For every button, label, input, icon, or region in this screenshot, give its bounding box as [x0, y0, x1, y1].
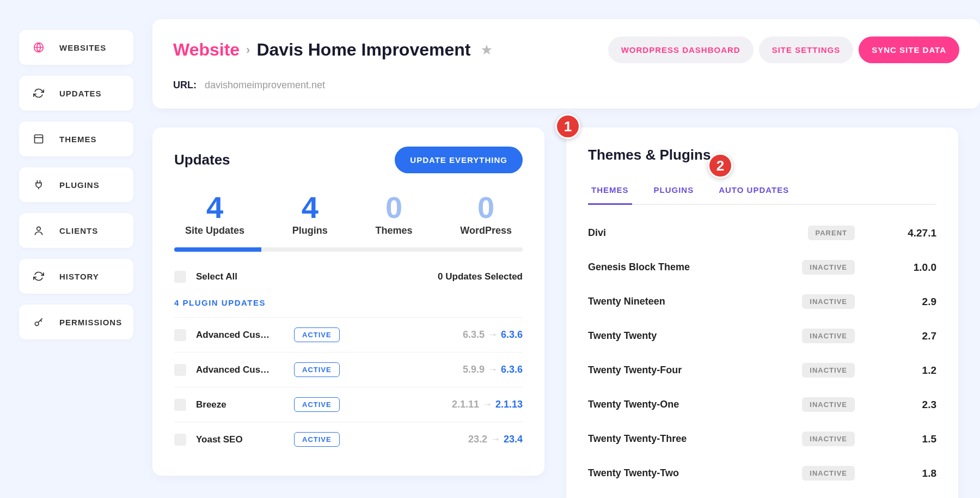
history-icon — [33, 271, 44, 282]
theme-badge: PARENT — [808, 226, 855, 240]
update-checkbox[interactable] — [174, 329, 186, 341]
callout-badge-1: 1 — [555, 114, 580, 139]
version-cell: 23.2→23.4 — [468, 434, 523, 445]
stat-num: 4 — [292, 190, 328, 225]
update-row: Advanced Custo… ACTIVE 6.3.5→6.3.6 — [174, 317, 523, 352]
update-row: Breeze ACTIVE 2.1.11→2.1.13 — [174, 387, 523, 422]
theme-name: Twenty Twenty-One — [588, 399, 679, 410]
sidebar-item-history[interactable]: HISTORY — [19, 259, 133, 294]
theme-badge: INACTIVE — [802, 260, 855, 275]
theme-badge: INACTIVE — [802, 432, 855, 446]
selected-count: 0 Updates Selected — [438, 271, 523, 282]
star-icon[interactable]: ★ — [481, 43, 492, 57]
updates-card: Updates UPDATE EVERYTHING 4 Site Updates… — [152, 127, 544, 476]
update-name: Yoast SEO — [196, 434, 272, 445]
updates-title: Updates — [174, 151, 230, 168]
chevron-right-icon: › — [246, 43, 250, 57]
site-settings-button[interactable]: SITE SETTINGS — [759, 37, 854, 63]
theme-version: 1.5 — [904, 433, 936, 445]
stat-plugins: 4 Plugins — [292, 190, 328, 236]
theme-name: Twenty Twenty-Three — [588, 433, 687, 445]
update-checkbox[interactable] — [174, 434, 186, 446]
status-badge: ACTIVE — [294, 432, 340, 447]
theme-version: 2.9 — [904, 296, 936, 308]
sidebar-item-permissions[interactable]: PERMISSIONS — [19, 305, 133, 339]
theme-badge: INACTIVE — [802, 466, 855, 481]
breadcrumb-current: Davis Home Improvement — [256, 40, 470, 60]
update-checkbox[interactable] — [174, 399, 186, 411]
version-cell: 6.3.5→6.3.6 — [463, 329, 523, 341]
sidebar-item-label: CLIENTS — [59, 226, 98, 235]
sidebar-item-plugins[interactable]: PLUGINS — [19, 167, 133, 202]
theme-name: Twenty Twenty — [588, 330, 657, 342]
theme-row[interactable]: Twenty Twenty INACTIVE 2.7 — [588, 319, 936, 353]
theme-version: 4.27.1 — [904, 227, 936, 239]
update-checkbox[interactable] — [174, 364, 186, 376]
sidebar-item-themes[interactable]: THEMES — [19, 122, 133, 156]
theme-name: Twenty Twenty-Four — [588, 365, 682, 376]
tab-auto-updates[interactable]: AUTO UPDATES — [715, 180, 792, 204]
version-cell: 2.1.11→2.1.13 — [452, 399, 523, 410]
callout-badge-2: 2 — [708, 153, 733, 178]
theme-row[interactable]: Genesis Block Theme INACTIVE 1.0.0 — [588, 250, 936, 284]
breadcrumb-root[interactable]: Website — [173, 40, 240, 60]
theme-version: 1.0.0 — [904, 262, 936, 274]
progress-bar — [174, 247, 523, 252]
stat-site-updates: 4 Site Updates — [185, 190, 244, 236]
stat-label: Themes — [376, 225, 413, 236]
theme-version: 1.2 — [904, 365, 936, 376]
update-name: Advanced Custo… — [196, 365, 272, 375]
header-card: Website › Davis Home Improvement ★ WORDP… — [152, 19, 980, 108]
globe-icon — [33, 42, 44, 53]
theme-name: Twenty Nineteen — [588, 296, 665, 307]
theme-name: Genesis Block Theme — [588, 262, 690, 273]
key-icon — [33, 317, 44, 327]
plug-icon — [33, 179, 44, 190]
select-all-checkbox[interactable] — [174, 271, 186, 283]
stat-wordpress: 0 WordPress — [460, 190, 512, 236]
stat-label: Plugins — [292, 225, 328, 236]
update-row: Yoast SEO ACTIVE 23.2→23.4 — [174, 422, 523, 457]
sidebar-item-updates[interactable]: UPDATES — [19, 76, 133, 111]
update-everything-button[interactable]: UPDATE EVERYTHING — [395, 147, 523, 173]
theme-row[interactable]: Divi PARENT 4.27.1 — [588, 216, 936, 250]
url-label: URL: — [173, 80, 197, 90]
theme-row[interactable]: Twenty Twenty-One INACTIVE 2.3 — [588, 387, 936, 422]
sidebar-item-label: WEBSITES — [59, 43, 106, 52]
wordpress-dashboard-button[interactable]: WORDPRESS DASHBOARD — [608, 37, 754, 63]
status-badge: ACTIVE — [294, 362, 340, 377]
refresh-icon — [33, 88, 44, 99]
layout-icon — [33, 133, 44, 144]
update-row: Advanced Custo… ACTIVE 5.9.9→6.3.6 — [174, 352, 523, 387]
tab-plugins[interactable]: PLUGINS — [651, 180, 697, 204]
svg-rect-1 — [35, 135, 43, 143]
themes-plugins-card: 1 2 Themes & Plugins THEMES PLUGINS AUTO… — [566, 127, 958, 498]
sync-site-data-button[interactable]: SYNC SITE DATA — [859, 37, 959, 63]
user-icon — [33, 225, 44, 236]
stat-num: 0 — [460, 190, 512, 225]
theme-badge: INACTIVE — [802, 363, 855, 378]
theme-name: Divi — [588, 227, 606, 239]
url-value: davishomeimprovement.net — [205, 80, 325, 90]
status-badge: ACTIVE — [294, 327, 340, 342]
theme-name: Twenty Twenty-Two — [588, 467, 679, 479]
svg-point-2 — [37, 227, 41, 230]
sidebar-item-label: THEMES — [59, 135, 97, 144]
tab-themes[interactable]: THEMES — [588, 180, 632, 205]
stat-num: 4 — [185, 190, 244, 225]
theme-badge: INACTIVE — [802, 397, 855, 412]
theme-row[interactable]: Twenty Twenty-Two INACTIVE 1.8 — [588, 456, 936, 490]
stat-num: 0 — [376, 190, 413, 225]
theme-row[interactable]: Twenty Twenty-Three INACTIVE 1.5 — [588, 422, 936, 456]
sidebar-item-clients[interactable]: CLIENTS — [19, 213, 133, 248]
sidebar-item-websites[interactable]: WEBSITES — [19, 30, 133, 65]
theme-row[interactable]: Twenty Nineteen INACTIVE 2.9 — [588, 284, 936, 319]
update-name: Breeze — [196, 399, 272, 410]
theme-version: 2.7 — [904, 330, 936, 342]
theme-badge: INACTIVE — [802, 329, 855, 343]
stat-themes: 0 Themes — [376, 190, 413, 236]
update-name: Advanced Custo… — [196, 330, 272, 341]
breadcrumb: Website › Davis Home Improvement ★ — [173, 40, 492, 60]
sidebar-item-label: PLUGINS — [59, 180, 100, 190]
theme-row[interactable]: Twenty Twenty-Four INACTIVE 1.2 — [588, 353, 936, 387]
